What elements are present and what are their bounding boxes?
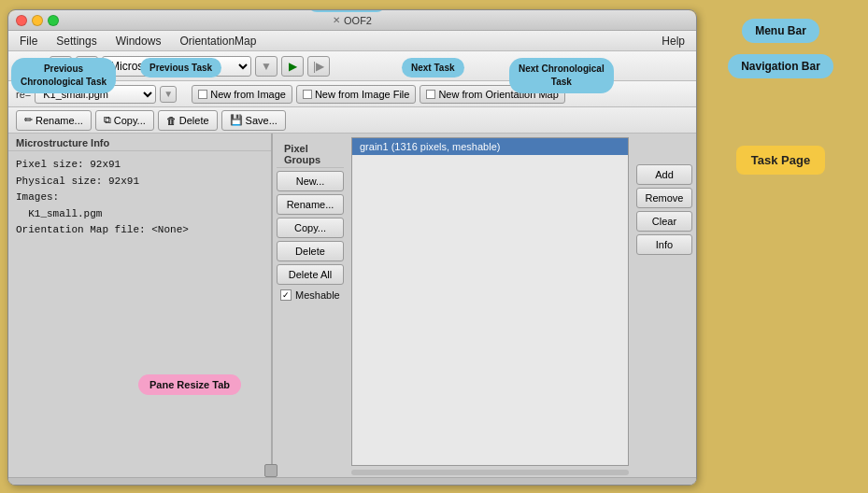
copy-button[interactable]: ⧉ Copy... [95, 110, 154, 131]
navigation-toolbar: Task: ◀| ◀ Microstructure ▼ ▶ |▶ [8, 51, 696, 81]
pixel-groups-info-button[interactable]: Info [636, 234, 692, 255]
save-icon: 💾 [230, 114, 243, 126]
pixel-group-item[interactable]: grain1 (1316 pixels, meshable) [352, 138, 628, 155]
minimize-button[interactable] [32, 15, 43, 26]
microstructure-info-title: Microstructure Info [8, 134, 271, 151]
menu-windows[interactable]: Windows [108, 33, 169, 49]
pixel-groups-pane: Pixel Groups New... Rename... Copy... De… [273, 134, 696, 477]
traffic-lights [16, 15, 59, 26]
nav-bar-label: Navigation Bar [728, 54, 833, 78]
rename-icon: ✏ [24, 114, 33, 126]
bottom-resize-handle[interactable] [8, 477, 696, 485]
pixel-groups-rename-button[interactable]: Rename... [277, 194, 344, 215]
file-toolbar: re= K1_small.pgm ▼ New from Image New fr… [8, 81, 696, 107]
dropdown-arrow-button[interactable]: ▼ [255, 56, 277, 77]
pixel-groups-list-area: grain1 (1316 pixels, meshable) [348, 134, 633, 477]
next-task-button[interactable]: ▶ [281, 56, 304, 77]
meshable-row: ✓ Meshable [277, 288, 344, 304]
meshable-checkbox[interactable]: ✓ [280, 289, 292, 301]
pixel-groups-copy-button[interactable]: Copy... [277, 218, 344, 238]
prev-task-button[interactable]: ◀ [76, 56, 98, 77]
microstructure-info-content: Pixel size: 92x91 Physical size: 92x91 I… [8, 151, 271, 245]
file-prefix-label: re= [16, 89, 31, 100]
new-from-orientation-map-checkbox[interactable] [426, 90, 435, 99]
maximize-button[interactable] [48, 15, 59, 26]
pane-resize-tab[interactable] [264, 464, 277, 477]
right-sidebar-labels: Menu Bar Navigation Bar Task Page [693, 0, 868, 493]
menu-settings[interactable]: Settings [49, 33, 104, 49]
pixel-groups-add-button[interactable]: Add [636, 164, 692, 185]
next-chronological-task-button[interactable]: |▶ [307, 56, 330, 77]
new-from-image-file-tab[interactable]: New from Image File [296, 85, 416, 104]
file-select[interactable]: K1_small.pgm [35, 85, 156, 104]
task-dropdown[interactable]: Microstructure [102, 56, 251, 77]
file-dropdown-arrow[interactable]: ▼ [160, 86, 177, 103]
images-label: Images: [16, 190, 263, 206]
delete-button[interactable]: 🗑 Delete [158, 110, 218, 131]
new-from-image-file-checkbox[interactable] [303, 90, 312, 99]
menu-file[interactable]: File [12, 33, 45, 49]
pixel-groups-buttons: Pixel Groups New... Rename... Copy... De… [273, 134, 348, 477]
pixel-groups-new-button[interactable]: New... [277, 171, 344, 191]
new-from-orientation-map-tab[interactable]: New from Orientation Map [420, 85, 564, 104]
scrollbar[interactable] [351, 470, 629, 475]
menu-help[interactable]: Help [654, 33, 692, 49]
menu-orientationmap[interactable]: OrientationMap [172, 33, 263, 49]
pixel-groups-title: Pixel Groups [277, 139, 344, 168]
orientation-map-row: Orientation Map file: <None> [16, 222, 263, 239]
new-from-image-checkbox[interactable] [198, 90, 207, 99]
meshable-label: Meshable [295, 289, 340, 301]
rename-button[interactable]: ✏ Rename... [16, 110, 92, 131]
pixel-groups-remove-button[interactable]: Remove [636, 188, 692, 208]
window-title: ✕ OOF2 [333, 15, 372, 26]
action-toolbar: ✏ Rename... ⧉ Copy... 🗑 Delete 💾 Save... [8, 107, 696, 134]
microstructure-info-pane: Microstructure Info Pixel size: 92x91 Ph… [8, 134, 273, 477]
physical-size-row: Physical size: 92x91 [16, 174, 263, 190]
menu-bar-label: Menu Bar [742, 19, 819, 43]
image-filename: K1_small.pgm [16, 206, 263, 223]
task-page-label: Task Page [736, 146, 825, 175]
close-button[interactable] [16, 15, 27, 26]
pixel-groups-right-buttons: Add Remove Clear Info [633, 134, 696, 477]
pixel-groups-list[interactable]: grain1 (1316 pixels, meshable) [351, 137, 629, 466]
task-menu-annotation: Task Menu [307, 9, 386, 12]
title-bar: ✕ OOF2 Task Menu [8, 10, 696, 31]
delete-icon: 🗑 [166, 115, 177, 126]
prev-chronological-task-button[interactable]: ◀| [50, 56, 72, 77]
pixel-groups-clear-button[interactable]: Clear [636, 211, 692, 232]
save-button[interactable]: 💾 Save... [221, 110, 286, 131]
pixel-groups-delete-button[interactable]: Delete [277, 241, 344, 261]
menu-bar: File Settings Windows OrientationMap Hel… [8, 31, 696, 51]
task-label: Task: [16, 60, 42, 73]
pixel-groups-delete-all-button[interactable]: Delete All [277, 264, 344, 285]
pixel-size-row: Pixel size: 92x91 [16, 157, 263, 174]
copy-icon: ⧉ [104, 114, 111, 126]
main-content: Microstructure Info Pixel size: 92x91 Ph… [8, 134, 696, 485]
new-from-image-tab[interactable]: New from Image [192, 85, 292, 104]
